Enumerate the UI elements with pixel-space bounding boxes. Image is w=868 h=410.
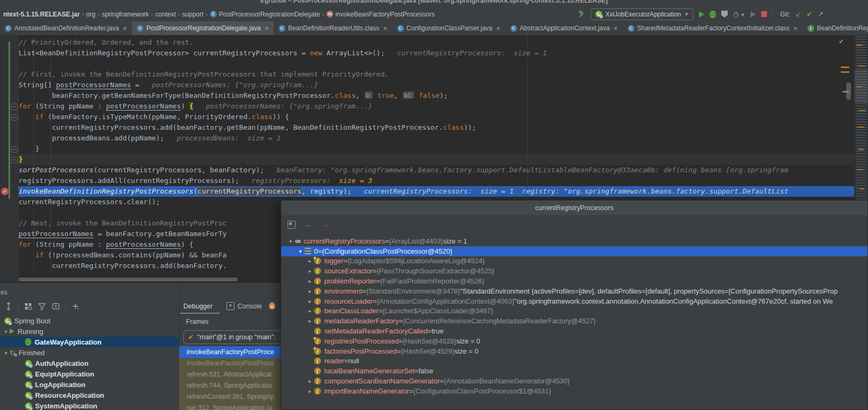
rerun-button-disabled[interactable]: [751, 11, 756, 18]
service-row-equiptapplication[interactable]: EquiptApplication: [0, 369, 179, 379]
variable-row[interactable]: ▸fimportBeanNameGenerator = {Configurati…: [281, 386, 867, 396]
chevron-down-icon[interactable]: ▾: [2, 329, 10, 334]
variable-row[interactable]: ▸flogger = {LogAdapter$Slf4jLocationAwar…: [281, 256, 867, 266]
stack-frame-row[interactable]: invokeBeanFactoryPostProce: [179, 346, 281, 358]
chevron-right-icon[interactable]: ▸: [306, 378, 314, 384]
service-row-systemapplication[interactable]: SystemApplication: [0, 400, 179, 410]
variable-row[interactable]: ▸fcomponentScanBeanNameGenerator = {Anno…: [281, 376, 867, 386]
service-row-logapplication[interactable]: LogApplication: [0, 379, 179, 390]
breadcrumb[interactable]: ntext-5.1.15.RELEASE.jar›org›springframe…: [3, 7, 435, 21]
error-stripe-mark[interactable]: [841, 71, 849, 73]
code-token: ArrayList<>();: [322, 49, 384, 57]
chevron-right-icon[interactable]: ▸: [306, 288, 314, 294]
fold-marker[interactable]: −: [11, 104, 18, 110]
stack-frame-row[interactable]: run:312, SpringApplication (a: [179, 403, 281, 410]
stack-frame-row[interactable]: refreshContext:391, SpringAp: [179, 391, 281, 403]
tab-debugger[interactable]: Debugger: [183, 303, 213, 310]
chevron-right-icon[interactable]: ▸: [306, 308, 314, 314]
variable-row[interactable]: ffactoriesPostProcessed = {HashSet@4529}…: [281, 346, 867, 356]
editor-tab[interactable]: CPostProcessorRegistrationDelegate.java✕: [132, 21, 274, 35]
breadcrumb-item[interactable]: CPostProcessorRegistrationDelegate: [210, 11, 320, 18]
editor-tab[interactable]: CAbstractApplicationContext.java✕: [505, 21, 623, 35]
horizontal-scrollbar[interactable]: [19, 278, 238, 281]
profiler-button[interactable]: ◷ ▼: [733, 10, 745, 18]
breakpoint-icon[interactable]: ✓: [1, 188, 9, 195]
debug-button[interactable]: [710, 11, 716, 18]
variable-row[interactable]: ▸fenvironment = {StandardEnvironment@347…: [281, 286, 867, 296]
breadcrumb-item[interactable]: context: [155, 11, 176, 18]
service-row-authapplication[interactable]: AuthApplication: [0, 358, 179, 369]
thread-selector[interactable]: ✔ "main"@1 in group "main":: [183, 330, 289, 344]
stop-button[interactable]: [761, 11, 767, 17]
filter-icon[interactable]: [38, 302, 46, 311]
close-icon[interactable]: ✕: [265, 26, 269, 31]
close-icon[interactable]: ✕: [613, 26, 618, 31]
service-row-running[interactable]: ▾Running: [0, 326, 179, 337]
stack-frame-row[interactable]: refresh:744, SpringApplicatio: [179, 380, 281, 391]
breadcrumb-item[interactable]: minvokeBeanFactoryPostProcessors: [326, 11, 435, 18]
variable-row[interactable]: ▸fmetadataReaderFactory = {ConcurrentRef…: [281, 316, 867, 326]
profiler-flame-icon[interactable]: [269, 302, 275, 309]
variable-row[interactable]: fsetMetadataReaderFactoryCalled = true: [281, 326, 867, 336]
code-minimap[interactable]: [854, 35, 868, 201]
collapse-all-icon[interactable]: [4, 302, 13, 311]
variable-row[interactable]: flocalBeanNameGeneratorSet = false: [281, 366, 867, 376]
group-by-icon[interactable]: [24, 302, 32, 311]
stack-frame-row[interactable]: refresh:531, AbstractApplicat: [179, 369, 281, 380]
editor-tab[interactable]: CBeanDefinitionReaderUtils.class✕: [274, 21, 392, 35]
close-icon[interactable]: ✕: [793, 26, 797, 31]
variable-row[interactable]: ▸fsourceExtractor = {PassThroughSourceEx…: [281, 266, 867, 276]
git-commit-button[interactable]: ✔: [806, 10, 812, 18]
chevron-right-icon[interactable]: ▸: [306, 268, 314, 274]
service-row-finished[interactable]: ▾↻Finished: [0, 347, 179, 358]
tab-console[interactable]: > Console: [226, 302, 262, 310]
chevron-down-icon[interactable]: ▾: [2, 350, 10, 356]
view-options-icon[interactable]: [288, 221, 296, 229]
fold-marker[interactable]: −: [11, 157, 18, 163]
editor-tab[interactable]: CConfigurationClassParser.java✕: [392, 21, 505, 35]
editor-tab[interactable]: CSharedMetadataReaderFactoryContextIniti…: [623, 21, 803, 35]
git-push-button[interactable]: ↗: [818, 10, 823, 18]
chevron-right-icon[interactable]: ▸: [306, 298, 314, 304]
coverage-button[interactable]: [721, 11, 728, 18]
editor-tab[interactable]: IBeanDefinitionRegistryPos: [803, 21, 868, 35]
inspections-ok-icon[interactable]: ✔: [839, 38, 844, 45]
chevron-down-icon[interactable]: ▾: [286, 238, 295, 244]
add-service-icon[interactable]: [71, 302, 80, 311]
variable-row[interactable]: fregistriesPostProcessed = {HashSet@4528…: [281, 336, 867, 346]
service-row-gatewayapplication[interactable]: GateWayApplication: [0, 337, 179, 347]
breadcrumb-item[interactable]: springframework: [102, 11, 149, 18]
variable-row[interactable]: ▾0 = {ConfigurationClassPostProcessor@45…: [281, 246, 867, 256]
variable-row[interactable]: ▾oocurrentRegistryProcessors = {ArrayLis…: [281, 236, 867, 246]
chevron-down-icon[interactable]: ▾: [296, 248, 305, 254]
back-icon[interactable]: ←: [305, 220, 313, 229]
error-stripe-mark[interactable]: [841, 66, 849, 68]
variable-row[interactable]: ▸fbeanClassLoader = {Launcher$AppClassLo…: [281, 306, 867, 316]
breadcrumb-item[interactable]: ntext-5.1.15.RELEASE.jar: [3, 11, 80, 18]
variable-row[interactable]: ▸fproblemReporter = {FailFastProblemRepo…: [281, 276, 867, 286]
breadcrumb-item[interactable]: support: [182, 11, 204, 18]
close-icon[interactable]: ✕: [496, 26, 500, 31]
stack-frame-row[interactable]: invokeBeanFactoryPostProce: [179, 358, 281, 369]
forward-icon[interactable]: →: [322, 220, 330, 229]
chevron-right-icon[interactable]: ▸: [306, 278, 314, 284]
run-button[interactable]: [699, 11, 704, 18]
chevron-right-icon[interactable]: ▸: [306, 318, 314, 324]
fold-marker[interactable]: −: [11, 146, 18, 153]
variable-row[interactable]: ▸fresourceLoader = {AnnotationConfigAppl…: [281, 296, 867, 306]
build-icon[interactable]: [577, 10, 585, 18]
editor-tab[interactable]: CAnnotatedBeanDefinitionReader.java✕: [0, 21, 132, 35]
fold-marker[interactable]: −: [11, 114, 18, 121]
variable-row[interactable]: freader = null: [281, 356, 867, 366]
vertical-scrollbar[interactable]: [846, 82, 851, 100]
close-icon[interactable]: ✕: [123, 26, 127, 31]
add-frame-icon[interactable]: [52, 302, 60, 311]
service-row-spring-boot[interactable]: Spring Boot: [0, 315, 179, 326]
run-configuration-select[interactable]: XxlJobExecutorApplication ▼: [591, 9, 694, 20]
service-row-resourceapplication[interactable]: ResourceApplication: [0, 390, 179, 400]
chevron-right-icon[interactable]: ▸: [306, 388, 314, 394]
editor-gutter[interactable]: − − − − ✓: [0, 35, 19, 282]
close-icon[interactable]: ✕: [383, 26, 387, 31]
git-update-button[interactable]: ↙: [795, 10, 801, 18]
breadcrumb-item[interactable]: org: [86, 11, 95, 18]
